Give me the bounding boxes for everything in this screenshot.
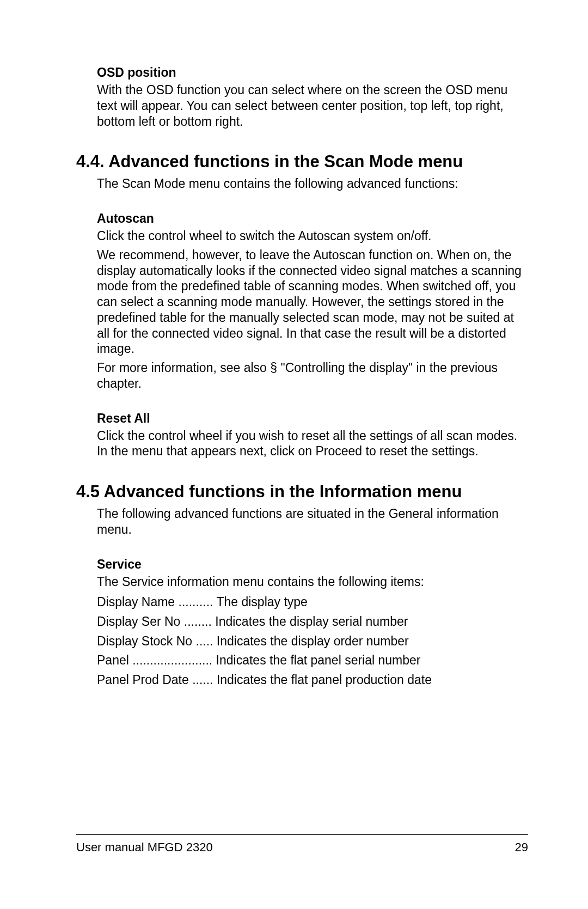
reset-all-heading: Reset All	[97, 411, 528, 426]
section-4-4-intro: The Scan Mode menu contains the followin…	[97, 176, 528, 192]
page-number: 29	[515, 840, 528, 855]
osd-position-heading: OSD position	[97, 65, 528, 80]
service-items: Display Name .......... The display type…	[97, 593, 528, 690]
service-row-display-ser-no: Display Ser No ........ Indicates the di…	[97, 612, 528, 632]
service-row-panel: Panel ....................... Indicates …	[97, 651, 528, 670]
page-footer: User manual MFGD 2320 29	[76, 834, 528, 855]
reset-all-body: Click the control wheel if you wish to r…	[97, 428, 528, 460]
section-4-4-heading: 4.4. Advanced functions in the Scan Mode…	[76, 152, 528, 172]
autoscan-heading: Autoscan	[97, 211, 528, 226]
section-4-5-heading: 4.5 Advanced functions in the Informatio…	[76, 482, 528, 502]
footer-title: User manual MFGD 2320	[76, 840, 213, 855]
osd-position-body: With the OSD function you can select whe…	[97, 82, 528, 129]
service-intro: The Service information menu contains th…	[97, 574, 528, 590]
autoscan-p2: We recommend, however, to leave the Auto…	[97, 247, 528, 357]
service-heading: Service	[97, 557, 528, 572]
autoscan-p3: For more information, see also § "Contro…	[97, 360, 528, 392]
service-row-display-stock-no: Display Stock No ..... Indicates the dis…	[97, 632, 528, 651]
service-row-display-name: Display Name .......... The display type	[97, 593, 528, 612]
page-content: OSD position With the OSD function you c…	[0, 0, 588, 690]
section-4-5-intro: The following advanced functions are sit…	[97, 506, 528, 538]
service-row-panel-prod-date: Panel Prod Date ...... Indicates the fla…	[97, 670, 528, 690]
autoscan-p1: Click the control wheel to switch the Au…	[97, 228, 528, 244]
footer-rule	[76, 834, 528, 835]
